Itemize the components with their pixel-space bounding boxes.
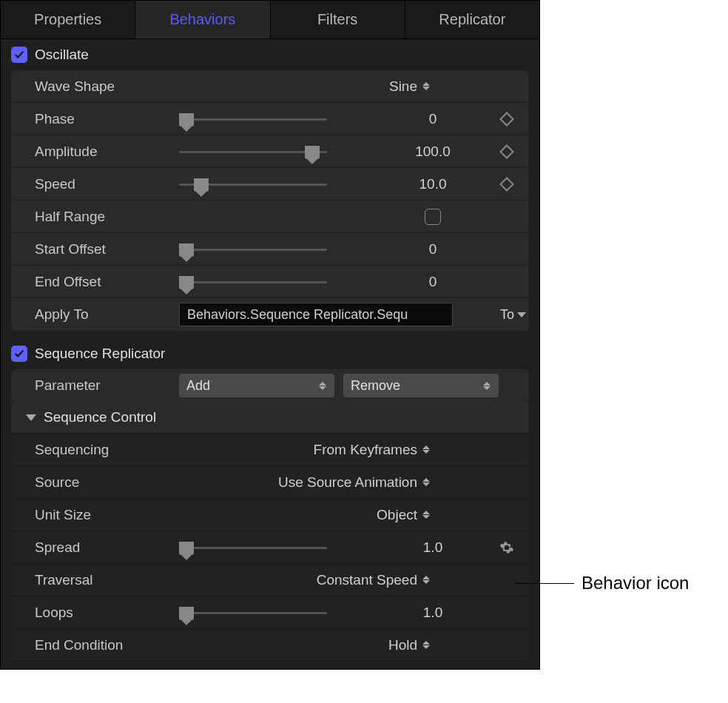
loops-slider[interactable]	[179, 605, 327, 620]
end-condition-row: End Condition Hold	[11, 629, 529, 662]
speed-row: Speed 10.0	[11, 168, 529, 201]
spread-row: Spread 1.0	[11, 531, 529, 564]
unit-size-row: Unit Size Object	[11, 499, 529, 531]
phase-slider[interactable]	[179, 112, 327, 127]
phase-label: Phase	[35, 111, 179, 127]
end-condition-value: Hold	[388, 637, 417, 653]
sequence-replicator-header: Sequence Replicator	[1, 338, 539, 369]
sequence-replicator-title: Sequence Replicator	[35, 346, 165, 362]
end-offset-slider[interactable]	[179, 275, 327, 289]
sequence-control-title: Sequence Control	[44, 409, 156, 426]
sequencing-label: Sequencing	[35, 442, 179, 458]
updown-icon	[422, 82, 431, 90]
sequence-control-header[interactable]: Sequence Control	[11, 402, 529, 434]
gear-icon[interactable]	[499, 540, 514, 555]
tab-properties[interactable]: Properties	[1, 1, 135, 38]
disclosure-triangle-icon	[26, 414, 36, 421]
tab-replicator[interactable]: Replicator	[405, 1, 539, 38]
oscillate-title: Oscillate	[35, 47, 89, 63]
updown-icon	[318, 382, 327, 390]
traversal-label: Traversal	[35, 572, 179, 588]
wave-shape-label: Wave Shape	[35, 78, 179, 95]
phase-value[interactable]: 0	[381, 111, 485, 127]
parameter-row: Parameter Add Remove	[11, 369, 529, 402]
amplitude-row: Amplitude 100.0	[11, 135, 529, 168]
sequencing-value: From Keyframes	[314, 442, 417, 458]
wave-shape-value: Sine	[389, 78, 417, 95]
source-value: Use Source Animation	[278, 474, 417, 491]
tab-behaviors[interactable]: Behaviors	[135, 1, 270, 38]
loops-row: Loops 1.0	[11, 596, 529, 629]
start-offset-label: Start Offset	[35, 241, 179, 258]
tab-bar: Properties Behaviors Filters Replicator	[1, 1, 539, 39]
keyframe-icon[interactable]	[499, 144, 514, 159]
end-offset-label: End Offset	[35, 274, 179, 290]
traversal-row: Traversal Constant Speed	[11, 564, 529, 596]
inspector-panel: Properties Behaviors Filters Replicator …	[0, 0, 540, 670]
traversal-popup[interactable]: Constant Speed	[179, 572, 431, 588]
updown-icon	[422, 445, 431, 454]
updown-icon	[422, 641, 431, 649]
traversal-value: Constant Speed	[317, 572, 417, 588]
parameter-remove-dropdown[interactable]: Remove	[343, 374, 499, 397]
amplitude-value[interactable]: 100.0	[381, 144, 485, 160]
speed-slider[interactable]	[179, 177, 327, 192]
half-range-label: Half Range	[35, 209, 179, 225]
spread-value[interactable]: 1.0	[381, 539, 485, 556]
apply-to-row: Apply To Behaviors.Sequence Replicator.S…	[11, 298, 529, 331]
loops-label: Loops	[35, 605, 179, 621]
unit-size-value: Object	[377, 507, 417, 523]
apply-to-text: To	[500, 307, 514, 323]
end-condition-label: End Condition	[35, 637, 179, 653]
callout-label: Behavior icon	[582, 573, 689, 593]
loops-value[interactable]: 1.0	[381, 605, 485, 621]
tab-filters[interactable]: Filters	[271, 1, 405, 38]
parameter-label: Parameter	[35, 377, 179, 394]
start-offset-row: Start Offset 0	[11, 233, 529, 266]
apply-to-label: Apply To	[35, 306, 179, 323]
amplitude-slider[interactable]	[179, 144, 327, 159]
updown-icon	[422, 511, 431, 519]
half-range-row: Half Range	[11, 201, 529, 233]
updown-icon	[422, 478, 431, 486]
sequence-replicator-checkbox[interactable]	[11, 346, 27, 362]
parameter-add-text: Add	[186, 378, 210, 394]
speed-value[interactable]: 10.0	[381, 176, 485, 192]
end-condition-popup[interactable]: Hold	[179, 637, 431, 653]
unit-size-popup[interactable]: Object	[179, 507, 431, 523]
end-offset-row: End Offset 0	[11, 266, 529, 298]
callout-line	[515, 583, 574, 584]
keyframe-icon[interactable]	[499, 112, 514, 127]
spread-slider[interactable]	[179, 540, 327, 555]
keyframe-icon[interactable]	[499, 177, 514, 192]
wave-shape-row: Wave Shape Sine	[11, 70, 529, 103]
end-offset-value[interactable]: 0	[381, 274, 485, 290]
apply-to-button[interactable]: To	[500, 307, 526, 323]
oscillate-checkbox[interactable]	[11, 47, 27, 63]
updown-icon	[422, 576, 431, 584]
sequencing-popup[interactable]: From Keyframes	[179, 442, 431, 458]
parameter-remove-text: Remove	[351, 378, 400, 394]
wave-shape-popup[interactable]: Sine	[179, 78, 431, 95]
spread-label: Spread	[35, 539, 179, 556]
updown-icon	[482, 382, 491, 390]
half-range-checkbox[interactable]	[425, 209, 441, 225]
source-popup[interactable]: Use Source Animation	[179, 474, 431, 491]
oscillate-header: Oscillate	[1, 39, 539, 70]
sequencing-row: Sequencing From Keyframes	[11, 434, 529, 466]
source-row: Source Use Source Animation	[11, 466, 529, 499]
unit-size-label: Unit Size	[35, 507, 179, 523]
apply-to-field[interactable]: Behaviors.Sequence Replicator.Sequ	[179, 303, 453, 326]
speed-label: Speed	[35, 176, 179, 192]
parameter-add-dropdown[interactable]: Add	[179, 374, 334, 397]
callout: Behavior icon	[515, 573, 689, 593]
phase-row: Phase 0	[11, 103, 529, 135]
chevron-down-icon	[517, 312, 526, 317]
source-label: Source	[35, 474, 179, 491]
amplitude-label: Amplitude	[35, 144, 179, 160]
start-offset-value[interactable]: 0	[381, 241, 485, 258]
start-offset-slider[interactable]	[179, 242, 327, 257]
